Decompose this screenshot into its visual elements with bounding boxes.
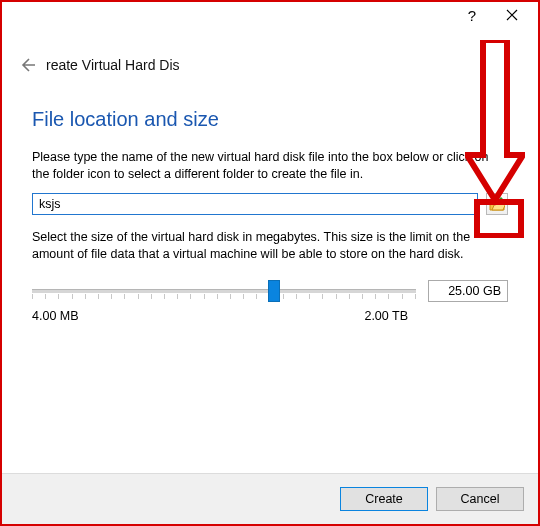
slider-track	[32, 289, 416, 293]
close-button[interactable]	[492, 2, 532, 28]
back-button[interactable]	[18, 56, 36, 74]
folder-icon	[489, 197, 505, 211]
slider-range-labels: 4.00 MB 2.00 TB	[32, 309, 508, 323]
dialog-window: ? reate Virtual Hard Dis File location a…	[0, 0, 540, 526]
file-path-input[interactable]	[32, 193, 478, 215]
slider-max-label: 2.00 TB	[364, 309, 408, 323]
create-button[interactable]: Create	[340, 487, 428, 511]
slider-thumb[interactable]	[268, 280, 280, 302]
slider-min-label: 4.00 MB	[32, 309, 79, 323]
header-row: reate Virtual Hard Dis	[2, 50, 538, 80]
file-hint-text: Please type the name of the new virtual …	[32, 149, 508, 183]
body: Please type the name of the new virtual …	[2, 149, 538, 323]
close-icon	[506, 9, 518, 21]
wizard-title: reate Virtual Hard Dis	[46, 57, 180, 73]
browse-folder-button[interactable]	[486, 193, 508, 215]
size-hint-text: Select the size of the virtual hard disk…	[32, 229, 508, 263]
size-slider-row	[32, 277, 508, 305]
titlebar: ?	[2, 2, 538, 28]
size-value-box[interactable]	[428, 280, 508, 302]
help-button[interactable]: ?	[452, 2, 492, 28]
cancel-button[interactable]: Cancel	[436, 487, 524, 511]
size-slider[interactable]	[32, 277, 416, 305]
file-row	[32, 193, 508, 215]
slider-ticks	[32, 294, 416, 300]
footer: Create Cancel	[2, 473, 538, 524]
page-heading: File location and size	[32, 108, 538, 131]
back-arrow-icon	[19, 57, 35, 73]
